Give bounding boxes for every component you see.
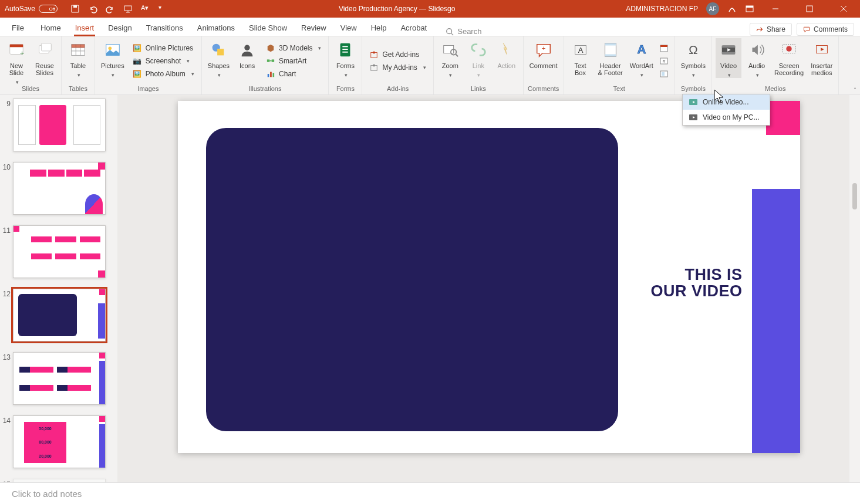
svg-rect-54 (662, 72, 665, 76)
tab-insert[interactable]: Insert (68, 20, 102, 36)
online-pictures-button[interactable]: 🖼️Online Pictures (129, 42, 198, 54)
action-button[interactable]: Action (494, 38, 520, 69)
thumbnail-12[interactable]: 12 (0, 289, 115, 341)
screen-recording-button[interactable]: Screen Recording (772, 38, 806, 76)
svg-point-26 (244, 45, 249, 50)
smartart-button[interactable]: SmartArt (262, 55, 325, 67)
shapes-button[interactable]: Shapes (205, 38, 232, 78)
redo-icon[interactable] (106, 4, 115, 13)
slide-title-text[interactable]: THIS IS OUR VIDEO (650, 266, 742, 300)
new-slide-button[interactable]: + New Slide (4, 38, 29, 85)
share-button[interactable]: Share (750, 23, 792, 36)
collapse-ribbon-icon[interactable]: ˄ (854, 87, 856, 93)
svg-rect-36 (343, 52, 348, 53)
tab-transitions[interactable]: Transitions (139, 20, 190, 36)
svg-line-10 (451, 33, 454, 35)
tab-home[interactable]: Home (33, 20, 68, 36)
group-tables-label: Tables (65, 85, 91, 93)
icons-button[interactable]: Icons (234, 38, 260, 69)
photo-album-button[interactable]: 🖼️Photo Album (129, 68, 198, 80)
comment-button[interactable]: + Comment (527, 38, 560, 69)
coming-soon-icon[interactable] (727, 4, 737, 13)
tab-acrobat[interactable]: Acrobat (393, 20, 434, 36)
chart-button[interactable]: Chart (262, 68, 325, 80)
account-name[interactable]: ADMINISTRACION FP (626, 5, 698, 13)
svg-rect-57 (722, 46, 736, 48)
get-addins-button[interactable]: Get Add-ins (366, 49, 429, 60)
svg-rect-35 (343, 49, 348, 50)
avatar[interactable]: AF (706, 2, 719, 15)
slide-number-button[interactable]: # (658, 55, 671, 67)
video-placeholder-shape[interactable] (206, 128, 618, 431)
slide-canvas[interactable]: THIS IS OUR VIDEO (178, 101, 800, 453)
ribbon-display-icon[interactable] (745, 4, 754, 13)
tab-slideshow[interactable]: Slide Show (242, 20, 294, 36)
group-text-label: Text (568, 85, 671, 93)
close-button[interactable] (831, 0, 856, 18)
svg-rect-30 (268, 74, 269, 77)
object-button[interactable] (658, 68, 671, 80)
group-forms-label: Forms (332, 85, 358, 93)
link-button[interactable]: Link (466, 38, 491, 78)
comments-button[interactable]: Comments (797, 23, 854, 36)
tab-design[interactable]: Design (101, 20, 139, 36)
tab-review[interactable]: Review (294, 20, 333, 36)
reuse-slides-button[interactable]: Reuse Slides (32, 38, 58, 76)
svg-text:+: + (20, 49, 25, 57)
notes-pane[interactable]: Click to add notes (0, 482, 860, 504)
group-slides-label: Slides (4, 85, 58, 93)
autosave-toggle[interactable]: AutoSave Off (5, 5, 58, 13)
video-on-pc-menu-item[interactable]: Video on My PC... (683, 110, 770, 125)
svg-rect-58 (722, 52, 736, 55)
wordart-button[interactable]: A WordArt (628, 38, 656, 78)
svg-point-23 (108, 46, 112, 50)
textbox-button[interactable]: A Text Box (568, 38, 593, 76)
thumbnail-9[interactable]: 9 (0, 99, 115, 151)
screenshot-button[interactable]: 📷Screenshot (129, 55, 198, 67)
thumbnail-10[interactable]: 10 (0, 162, 115, 215)
header-footer-button[interactable]: Header & Footer (596, 38, 625, 76)
slide-editor[interactable]: THIS IS OUR VIDEO (117, 95, 860, 482)
more-icon[interactable]: A▾ (141, 4, 150, 13)
tab-animations[interactable]: Animations (190, 20, 242, 36)
thumbnail-15[interactable]: 15 (0, 479, 115, 482)
video-button[interactable]: Video (716, 38, 741, 78)
tab-help[interactable]: Help (364, 20, 394, 36)
forms-button[interactable]: Forms (332, 38, 358, 78)
svg-point-9 (447, 28, 452, 33)
search-input[interactable]: Search (434, 27, 481, 36)
zoom-button[interactable]: Zoom (437, 38, 463, 78)
thumbnail-11[interactable]: 11 (0, 225, 115, 278)
pink-square-shape[interactable] (766, 101, 800, 135)
blue-band-shape[interactable] (752, 189, 800, 453)
thumbnail-13[interactable]: 13 (0, 352, 115, 405)
vertical-scrollbar[interactable] (849, 95, 860, 482)
svg-text:A: A (578, 46, 583, 55)
svg-text:+: + (541, 45, 545, 52)
date-time-button[interactable] (658, 42, 671, 54)
my-addins-button[interactable]: My Add-ins (366, 62, 429, 73)
pictures-button[interactable]: Pictures (99, 38, 127, 78)
document-title: Video Production Agency — Slidesgo (168, 5, 626, 13)
svg-point-60 (786, 46, 791, 51)
maximize-button[interactable] (797, 0, 822, 18)
slideshow-icon[interactable] (123, 4, 133, 13)
insertar-medios-button[interactable]: Insertar medios (808, 38, 835, 76)
group-images-label: Images (99, 85, 198, 93)
slide-thumbnails-panel[interactable]: 9 10 11 (0, 95, 117, 482)
3d-models-button[interactable]: 3D Models (262, 42, 325, 54)
ribbon-tabs: File Home Insert Design Transitions Anim… (0, 18, 860, 36)
qat-overflow-icon[interactable]: ▾ (158, 4, 168, 13)
table-button[interactable]: Table (65, 38, 91, 78)
svg-rect-2 (124, 6, 131, 11)
undo-icon[interactable] (88, 4, 97, 13)
audio-button[interactable]: Audio (744, 38, 770, 78)
workspace: 9 10 11 (0, 95, 860, 482)
thumbnail-14[interactable]: 14 50,000 80,000 20,000 (0, 415, 115, 468)
tab-file[interactable]: File (5, 20, 31, 36)
save-icon[interactable] (70, 4, 80, 13)
tab-view[interactable]: View (333, 20, 364, 36)
minimize-button[interactable] (763, 0, 788, 18)
online-video-menu-item[interactable]: Online Video... (683, 94, 770, 110)
symbols-button[interactable]: Ω Symbols (679, 38, 708, 78)
